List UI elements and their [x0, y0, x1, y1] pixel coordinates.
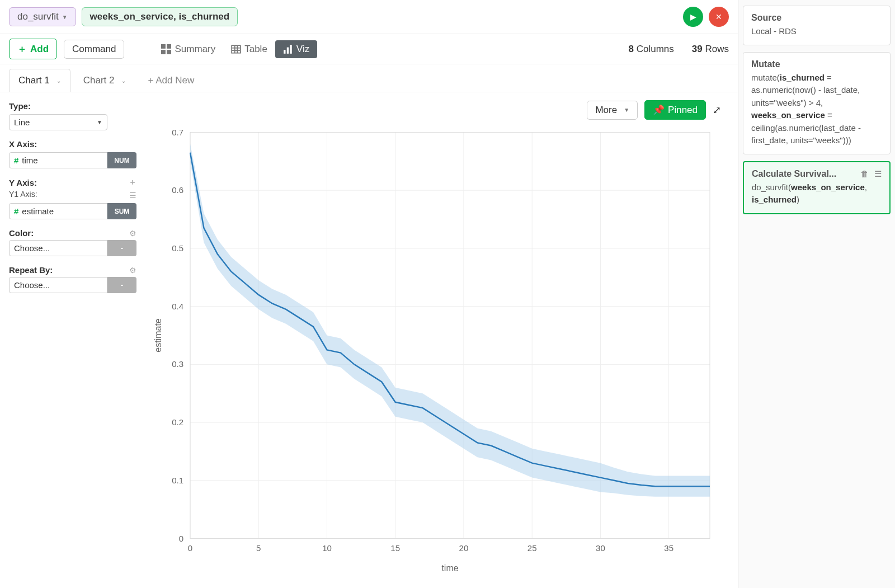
more-button[interactable]: More ▼ — [587, 101, 638, 120]
svg-text:0.7: 0.7 — [172, 128, 183, 137]
type-label: Type: — [9, 101, 136, 111]
source-title: Source — [751, 13, 882, 23]
svg-rect-1 — [167, 44, 172, 49]
svg-text:15: 15 — [390, 543, 400, 553]
svg-rect-2 — [161, 50, 166, 54]
cancel-button[interactable]: ✕ — [709, 7, 729, 27]
svg-text:30: 30 — [596, 543, 605, 553]
command-label: Command — [72, 44, 116, 55]
type-select[interactable]: Line ▼ — [9, 114, 107, 130]
play-icon: ▶ — [690, 12, 696, 21]
chevron-down-icon: ▼ — [62, 14, 68, 20]
mutate-body: mutate(is_churned = as.numeric(now() - l… — [751, 72, 882, 147]
gear-icon[interactable]: ⚙ — [129, 229, 136, 238]
chevron-down-icon: ⌄ — [121, 78, 126, 84]
menu-icon[interactable]: ☰ — [874, 169, 882, 179]
args-pill[interactable]: weeks_on_service, is_churned — [82, 7, 238, 26]
hash-icon: # — [14, 156, 18, 165]
svg-text:0: 0 — [179, 534, 183, 543]
table-icon — [231, 44, 241, 54]
source-body: Local - RDS — [751, 25, 882, 38]
chart-tab-2-label: Chart 2 — [83, 75, 115, 86]
tab-summary-label: Summary — [175, 44, 215, 55]
tab-table[interactable]: Table — [223, 40, 275, 58]
rows-stat: 39 Rows — [692, 44, 729, 55]
function-pill-label: do_survfit — [17, 11, 59, 22]
repeat-value: Choose... — [14, 280, 50, 290]
survival-card[interactable]: Calculate Survival... 🗑 ☰ do_survfit(wee… — [743, 161, 891, 214]
type-value: Line — [14, 117, 30, 127]
add-chart-tab[interactable]: + Add New — [139, 69, 204, 92]
more-label: More — [595, 105, 617, 116]
yaxis-badge[interactable]: SUM — [107, 203, 136, 219]
survival-body: do_survfit(weeks_on_service, is_churned) — [752, 181, 882, 206]
menu-icon[interactable]: ☰ — [129, 191, 136, 200]
color-select[interactable]: Choose... — [9, 240, 107, 256]
svg-text:20: 20 — [459, 543, 469, 553]
trash-icon[interactable]: 🗑 — [860, 169, 869, 179]
add-yaxis-icon[interactable]: ＋ — [129, 177, 136, 187]
svg-rect-10 — [287, 47, 289, 53]
gear-icon[interactable]: ⚙ — [129, 266, 136, 275]
tab-table-label: Table — [244, 44, 267, 55]
tab-viz[interactable]: Viz — [275, 40, 317, 58]
y1-label: Y1 Axis: — [9, 190, 37, 199]
pinned-label: Pinned — [668, 105, 698, 116]
repeat-select[interactable]: Choose... — [9, 277, 107, 293]
columns-stat: 8 Columns — [629, 44, 674, 55]
svg-text:0.4: 0.4 — [172, 302, 183, 311]
chart-tab-1-label: Chart 1 — [18, 75, 50, 86]
color-label: Color: — [9, 228, 34, 238]
svg-text:5: 5 — [256, 543, 261, 553]
close-icon: ✕ — [715, 12, 722, 21]
svg-text:0.6: 0.6 — [172, 185, 183, 195]
svg-rect-9 — [284, 50, 285, 54]
add-chart-label: + Add New — [148, 75, 195, 86]
svg-rect-4 — [232, 45, 241, 53]
mutate-card[interactable]: Mutate mutate(is_churned = as.numeric(no… — [743, 52, 891, 154]
pin-icon: 📌 — [653, 104, 665, 116]
yaxis-value: estimate — [22, 206, 54, 216]
command-button[interactable]: Command — [64, 40, 124, 59]
xaxis-value: time — [22, 156, 37, 165]
color-value: Choose... — [14, 243, 50, 253]
source-card[interactable]: Source Local - RDS — [743, 6, 891, 45]
chevron-down-icon: ▼ — [97, 119, 102, 125]
add-label: Add — [30, 44, 49, 55]
plus-icon: ＋ — [17, 43, 27, 55]
svg-text:25: 25 — [527, 543, 537, 553]
arg-text: weeks_on_service, is_churned — [90, 11, 230, 22]
add-button[interactable]: ＋ Add — [9, 39, 57, 59]
chevron-down-icon: ⌄ — [56, 78, 61, 84]
xaxis-badge[interactable]: NUM — [107, 152, 136, 168]
run-button[interactable]: ▶ — [683, 7, 703, 27]
yaxis-label: Y Axis: — [9, 178, 37, 187]
expand-icon[interactable]: ⤢ — [713, 104, 721, 116]
svg-text:0.1: 0.1 — [172, 476, 183, 485]
tab-summary[interactable]: Summary — [153, 40, 223, 58]
repeat-label: Repeat By: — [9, 265, 53, 275]
svg-text:0.5: 0.5 — [172, 243, 183, 253]
color-badge[interactable]: - — [107, 240, 136, 256]
pinned-button[interactable]: 📌 Pinned — [644, 100, 706, 120]
repeat-badge[interactable]: - — [107, 277, 136, 293]
svg-text:10: 10 — [322, 543, 332, 553]
svg-text:time: time — [441, 563, 458, 573]
chart-tab-2[interactable]: Chart 2 ⌄ — [74, 69, 135, 92]
survival-title: Calculate Survival... — [752, 169, 836, 179]
yaxis-select[interactable]: #estimate — [9, 203, 107, 219]
xaxis-select[interactable]: #time — [9, 152, 107, 168]
chart-tab-1[interactable]: Chart 1 ⌄ — [9, 69, 70, 92]
xaxis-label: X Axis: — [9, 139, 136, 149]
mutate-title: Mutate — [751, 59, 882, 69]
grid-icon — [161, 44, 171, 54]
bar-chart-icon — [283, 44, 293, 54]
tab-viz-label: Viz — [296, 44, 309, 55]
svg-text:35: 35 — [664, 543, 673, 553]
svg-text:0.3: 0.3 — [172, 359, 183, 369]
svg-rect-0 — [161, 44, 166, 49]
svg-text:estimate: estimate — [153, 318, 163, 352]
function-pill[interactable]: do_survfit ▼ — [9, 7, 76, 26]
hash-icon: # — [14, 206, 18, 216]
chevron-down-icon: ▼ — [624, 107, 629, 113]
